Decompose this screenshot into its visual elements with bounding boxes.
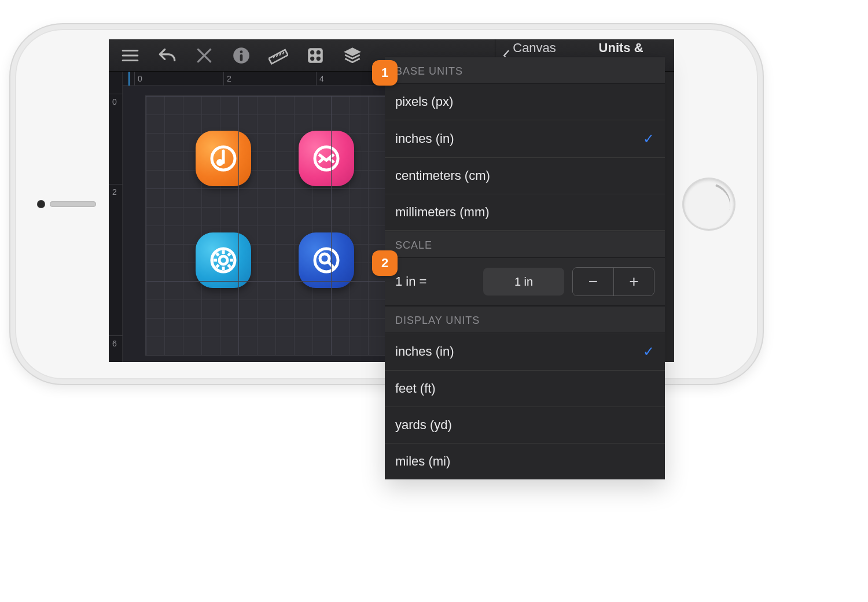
undo-icon[interactable] — [156, 45, 178, 67]
settings-icon[interactable] — [196, 232, 251, 288]
callout-badge-1: 1 — [372, 60, 398, 86]
svg-point-14 — [219, 256, 227, 264]
unit-label: yards (yd) — [395, 418, 452, 433]
scale-lhs-label: 1 in = — [395, 274, 426, 289]
unit-option-millimeters[interactable]: millimeters (mm) — [385, 194, 665, 231]
svg-point-1 — [240, 50, 243, 53]
display-option-inches[interactable]: inches (in) ✓ — [385, 333, 665, 371]
ruler-tick: 0 — [112, 97, 117, 106]
info-icon[interactable] — [230, 45, 252, 67]
checkmark-icon: ✓ — [643, 131, 654, 147]
unit-label: inches (in) — [395, 344, 454, 359]
callout-badge-2: 2 — [372, 250, 398, 276]
ruler-tick: 0 — [138, 74, 142, 83]
mail-icon[interactable] — [299, 131, 354, 186]
unit-option-pixels[interactable]: pixels (px) — [385, 84, 665, 120]
display-option-feet[interactable]: feet (ft) — [385, 371, 665, 407]
unit-label: inches (in) — [395, 131, 454, 146]
ruler-tick: 4 — [319, 74, 324, 83]
ruler-icon[interactable] — [267, 45, 289, 67]
unit-label: pixels (px) — [395, 94, 453, 109]
unit-option-centimeters[interactable]: centimeters (cm) — [385, 158, 665, 194]
scale-increment-button[interactable]: + — [613, 268, 654, 296]
svg-point-5 — [310, 50, 314, 54]
scale-row: 1 in = 1 in − + — [385, 258, 665, 306]
home-button[interactable] — [684, 179, 734, 229]
close-icon[interactable] — [193, 45, 215, 67]
units-scale-panel: BASE UNITS pixels (px) inches (in) ✓ cen… — [385, 57, 665, 479]
unit-label: millimeters (mm) — [395, 205, 490, 220]
search-icon[interactable] — [299, 232, 354, 288]
svg-rect-3 — [269, 49, 288, 63]
scale-value-field[interactable]: 1 in — [483, 268, 564, 296]
svg-point-15 — [315, 249, 338, 272]
svg-point-6 — [317, 50, 321, 54]
music-icon[interactable] — [196, 131, 251, 186]
ruler-tick: 2 — [227, 74, 231, 83]
widgets-icon[interactable] — [304, 45, 326, 67]
unit-option-inches[interactable]: inches (in) ✓ — [385, 120, 665, 158]
scale-stepper: − + — [572, 267, 654, 296]
section-header-display-units: DISPLAY UNITS — [385, 306, 665, 333]
menu-icon[interactable] — [119, 45, 141, 67]
front-camera — [37, 200, 45, 208]
svg-point-7 — [310, 56, 314, 60]
ruler-guide[interactable] — [128, 72, 130, 86]
section-header-base-units: BASE UNITS — [385, 57, 665, 84]
unit-label: centimeters (cm) — [395, 168, 490, 183]
scale-decrement-button[interactable]: − — [573, 268, 613, 296]
ruler-tick: 2 — [112, 187, 117, 197]
layers-icon[interactable] — [341, 45, 363, 67]
unit-label: miles (mi) — [395, 454, 450, 469]
vertical-ruler[interactable]: 0 2 6 — [109, 72, 123, 362]
phone-speaker — [50, 201, 96, 207]
display-option-miles[interactable]: miles (mi) — [385, 444, 665, 479]
ruler-tick: 6 — [112, 339, 117, 348]
svg-rect-2 — [240, 54, 243, 61]
checkmark-icon: ✓ — [643, 344, 654, 360]
section-header-scale: SCALE — [385, 231, 665, 258]
svg-rect-4 — [308, 48, 323, 63]
unit-label: feet (ft) — [395, 381, 436, 396]
display-option-yards[interactable]: yards (yd) — [385, 407, 665, 444]
svg-point-8 — [317, 56, 321, 60]
